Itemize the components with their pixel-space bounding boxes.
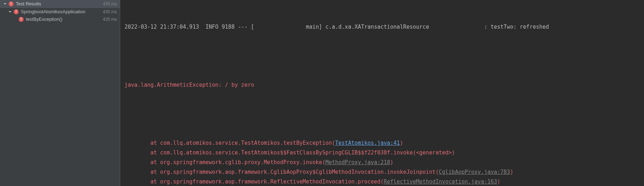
- blank-line: [120, 51, 644, 61]
- stack-frame: at org.springframework.aop.framework.Ref…: [120, 177, 644, 186]
- stack-frame: at org.springframework.aop.framework.Cgl…: [120, 167, 644, 177]
- stack-frame: at com.llq.atomikos.service.TestAtomikos…: [120, 138, 644, 148]
- blank-line: [120, 109, 644, 119]
- test-root-label: Test Results: [16, 1, 41, 6]
- source-link[interactable]: ReflectiveMethodInvocation.java:163: [384, 178, 497, 185]
- test-node-method[interactable]: testByException() 435 ms: [0, 15, 120, 23]
- test-node-duration: 435 ms: [101, 17, 117, 22]
- log-info-line: 2022-03-12 21:37:04.913 INFO 9188 --- [ …: [120, 22, 644, 32]
- stack-frame: at com.llq.atomikos.service.TestAtomikos…: [120, 148, 644, 158]
- exception-line: java.lang.ArithmeticException: / by zero: [120, 80, 644, 90]
- test-root-duration: 435 ms: [101, 1, 117, 6]
- test-node-label: testByException(): [26, 16, 62, 22]
- test-node-application[interactable]: SpringbootAtomikosApplication 435 ms: [0, 8, 120, 15]
- test-node-label: SpringbootAtomikosApplication: [21, 9, 85, 14]
- source-link[interactable]: TestAtomikos.java:41: [335, 140, 400, 146]
- source-link[interactable]: MethodProxy.java:218: [325, 159, 390, 166]
- stack-frame: at org.springframework.cglib.proxy.Metho…: [120, 158, 644, 167]
- chevron-down-icon[interactable]: [8, 10, 12, 14]
- error-icon: [19, 17, 24, 22]
- error-icon: [14, 9, 19, 14]
- console-output[interactable]: 2022-03-12 21:37:04.913 INFO 9188 --- [ …: [120, 0, 644, 186]
- test-results-panel: Test Results 435 ms SpringbootAtomikosAp…: [0, 0, 120, 186]
- source-link[interactable]: CglibAopProxy.java:783: [439, 169, 510, 175]
- error-icon: [9, 1, 14, 6]
- test-results-root[interactable]: Test Results 435 ms: [0, 0, 120, 8]
- chevron-down-icon[interactable]: [3, 2, 7, 6]
- test-node-duration: 435 ms: [101, 9, 117, 14]
